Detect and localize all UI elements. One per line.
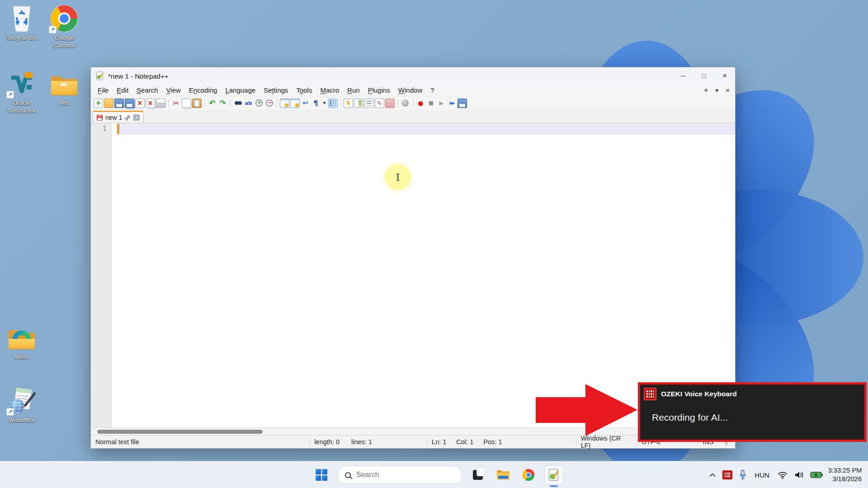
ibeam-cursor-icon: I xyxy=(396,172,400,183)
paste-icon[interactable] xyxy=(192,99,202,108)
macro-playback-icon[interactable] xyxy=(401,99,410,108)
menu-item-settings[interactable]: Settings xyxy=(259,85,292,95)
close-file-icon[interactable] xyxy=(135,99,145,108)
tab-close-icon[interactable]: × xyxy=(133,114,140,121)
file-explorer-icon xyxy=(496,469,510,481)
title-bar[interactable]: *new 1 - Notepad++ ─ □ × xyxy=(91,67,735,84)
notification-app-name: OZEKI Voice Keyboard xyxy=(661,390,737,398)
work-folder-icon xyxy=(8,328,36,352)
desktop-icon-work[interactable]: Work xyxy=(0,322,43,361)
zoom-in-icon[interactable] xyxy=(254,99,264,108)
menu-bar: FileEditSearchViewEncodingLanguageSettin… xyxy=(91,84,735,96)
ozeki-notification[interactable]: OZEKI Voice Keyboard Recording for AI... xyxy=(638,382,867,442)
menu-item-encoding[interactable]: Encoding xyxy=(185,85,222,95)
desktop: { "icons": { "minimize":"─", "maximize":… xyxy=(0,0,868,488)
new-tab-icon[interactable]: + xyxy=(704,86,708,94)
sync-scroll-h-icon[interactable] xyxy=(290,99,300,108)
chevron-up-icon xyxy=(709,473,716,477)
bookmark-margin xyxy=(112,123,117,427)
save-file-icon[interactable] xyxy=(114,99,124,108)
save-all-icon[interactable] xyxy=(125,99,134,108)
desktop-icon-virtualbox[interactable]: ↗ Oracle VirtualBox xyxy=(0,68,43,115)
sync-scroll-v-icon[interactable] xyxy=(280,99,289,108)
search-input[interactable] xyxy=(356,471,442,479)
function-list-icon[interactable] xyxy=(375,99,384,108)
new-file-icon[interactable] xyxy=(94,99,103,108)
close-tab-icon[interactable]: × xyxy=(726,86,730,94)
clock-date: 3/18/2026 xyxy=(828,475,862,483)
tray-wifi-button[interactable] xyxy=(776,467,789,483)
tray-ozeki-button[interactable] xyxy=(721,467,734,483)
tray-battery-button[interactable] xyxy=(809,467,824,483)
show-all-chars-dropdown-icon[interactable]: ▼ xyxy=(321,101,327,105)
print-icon[interactable] xyxy=(156,99,165,108)
notepad-app-icon xyxy=(547,469,560,481)
menu-item-run[interactable]: Run xyxy=(343,85,364,95)
clock-time: 3:33:25 PM xyxy=(828,466,862,475)
taskbar-search[interactable] xyxy=(337,466,462,484)
macro-run-multi-icon[interactable] xyxy=(447,99,457,108)
menu-item-window[interactable]: Window xyxy=(394,85,426,95)
minimize-button[interactable]: ─ xyxy=(673,67,693,84)
desktop-icon-recycle-bin[interactable]: Recycle Bin xyxy=(0,3,43,42)
menu-item-search[interactable]: Search xyxy=(132,85,162,95)
cut-icon[interactable] xyxy=(171,99,181,108)
close-all-icon[interactable] xyxy=(146,99,155,108)
menu-item-help[interactable]: ? xyxy=(426,85,438,95)
doc-map-icon[interactable] xyxy=(354,99,363,108)
find-icon[interactable] xyxy=(233,99,243,108)
tray-language-button[interactable]: HUN xyxy=(752,467,772,483)
menu-item-plugins[interactable]: Plugins xyxy=(364,85,394,95)
chrome-taskbar-button[interactable] xyxy=(519,465,538,484)
notepad-app-icon xyxy=(95,71,104,80)
microphone-icon xyxy=(739,470,746,480)
speaker-icon xyxy=(794,471,803,479)
macro-save-icon[interactable] xyxy=(458,99,467,108)
status-eol-format[interactable]: Windows (CR LF) xyxy=(576,437,637,446)
menu-item-file[interactable]: File xyxy=(94,85,113,95)
macro-stop-icon[interactable] xyxy=(426,99,436,108)
redo-icon[interactable] xyxy=(218,99,227,108)
zoom-out-icon[interactable] xyxy=(264,99,274,108)
status-pos: Pos: 1 xyxy=(483,438,502,446)
open-file-icon[interactable] xyxy=(104,99,113,108)
tab-new-1[interactable]: new 1 × xyxy=(93,111,144,123)
notepad-taskbar-button[interactable] xyxy=(544,465,563,484)
indent-guide-icon[interactable] xyxy=(328,99,338,108)
tab-list-dropdown-icon[interactable]: ▼ xyxy=(714,88,719,93)
scrollbar-thumb[interactable] xyxy=(97,430,263,434)
tray-clock[interactable]: 3:33:25 PM 3/18/2026 xyxy=(828,466,864,483)
menu-item-language[interactable]: Language xyxy=(221,85,259,95)
folder-icon xyxy=(50,74,78,98)
toolbar-separator xyxy=(230,99,231,107)
macro-play-icon[interactable] xyxy=(437,99,446,108)
start-button[interactable] xyxy=(312,465,331,484)
current-line-highlight xyxy=(117,123,735,135)
tray-microphone-button[interactable] xyxy=(738,467,748,483)
toolbar-separator xyxy=(397,99,398,107)
pin-icon[interactable] xyxy=(125,115,131,121)
folder-workspace-icon[interactable] xyxy=(385,99,395,108)
close-button[interactable]: × xyxy=(714,67,735,84)
tray-volume-button[interactable] xyxy=(793,467,805,483)
menu-item-tools[interactable]: Tools xyxy=(292,85,316,95)
copy-icon[interactable] xyxy=(182,99,191,108)
file-explorer-button[interactable] xyxy=(494,465,513,484)
desktop-icon-chrome[interactable]: ↗ Google Chrome xyxy=(42,3,86,50)
macro-record-icon[interactable] xyxy=(416,99,425,108)
menu-item-view[interactable]: View xyxy=(162,85,185,95)
undo-icon[interactable] xyxy=(208,99,217,108)
doc-list-icon[interactable] xyxy=(364,99,374,108)
tray-chevron-button[interactable] xyxy=(708,467,717,483)
desktop-icon-files[interactable]: files xyxy=(42,68,86,107)
maximize-button[interactable]: □ xyxy=(693,67,714,84)
replace-icon[interactable] xyxy=(244,99,253,108)
show-all-chars-icon[interactable] xyxy=(311,99,321,108)
cursor-highlight: I xyxy=(385,164,410,190)
define-language-icon[interactable] xyxy=(344,99,353,108)
menu-item-edit[interactable]: Edit xyxy=(113,85,132,95)
word-wrap-icon[interactable] xyxy=(301,99,310,108)
task-view-button[interactable] xyxy=(468,465,487,484)
desktop-icon-weboffice[interactable]: ↗ Weboffice xyxy=(0,385,43,424)
menu-item-macro[interactable]: Macro xyxy=(316,85,343,95)
